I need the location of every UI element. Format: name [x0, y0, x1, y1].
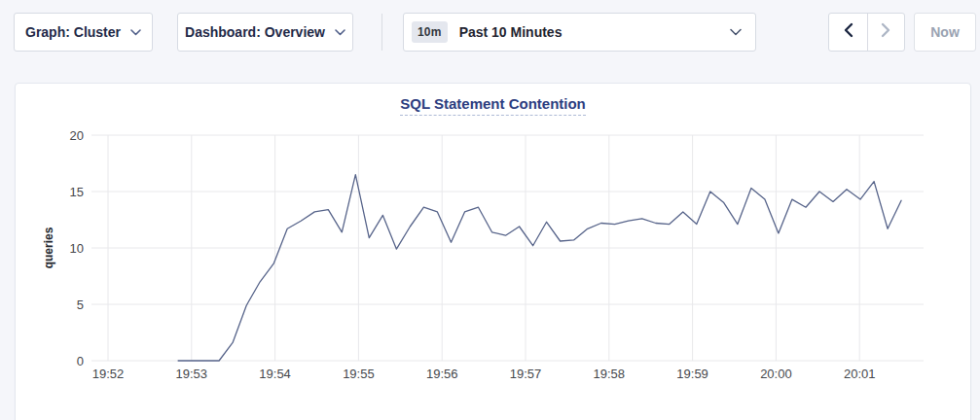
toolbar-divider	[381, 14, 382, 51]
chart-card: SQL Statement Contention 0510152019:5219…	[15, 83, 971, 420]
x-tick-label: 19:57	[510, 367, 542, 381]
y-tick-label: 0	[77, 354, 84, 368]
time-step-buttons	[828, 13, 905, 52]
graph-dropdown-label: Graph: Cluster	[25, 24, 121, 40]
x-tick-label: 20:01	[844, 367, 876, 381]
x-tick-label: 19:54	[259, 367, 291, 381]
x-tick-label: 19:58	[594, 367, 626, 381]
y-tick-label: 20	[70, 128, 84, 143]
previous-time-button[interactable]	[829, 14, 867, 51]
chevron-left-icon	[843, 22, 853, 42]
chevron-right-icon	[881, 22, 891, 42]
chevron-down-icon	[730, 28, 742, 36]
series-line-queries	[178, 175, 901, 361]
chevron-down-icon	[335, 29, 345, 36]
now-button[interactable]: Now	[914, 13, 976, 52]
sql-statement-contention-chart: 0510152019:5219:5319:5419:5519:5619:5719…	[16, 84, 972, 420]
y-axis-label: queries	[42, 227, 55, 268]
x-tick-label: 20:00	[760, 367, 792, 381]
y-tick-label: 5	[77, 298, 84, 312]
chevron-down-icon	[130, 29, 141, 36]
page: Graph: Cluster Dashboard: Overview 10m P…	[0, 0, 980, 420]
next-time-button[interactable]	[867, 14, 905, 51]
x-tick-label: 19:53	[176, 367, 208, 381]
dashboard-dropdown[interactable]: Dashboard: Overview	[177, 13, 353, 52]
dashboard-dropdown-label: Dashboard: Overview	[185, 24, 325, 40]
y-tick-label: 15	[70, 185, 84, 199]
x-tick-label: 19:55	[343, 367, 375, 381]
time-range-badge: 10m	[412, 21, 448, 43]
x-tick-label: 19:56	[426, 367, 458, 381]
x-tick-label: 19:59	[676, 367, 708, 381]
y-tick-label: 10	[70, 241, 84, 256]
time-range-selector[interactable]: 10m Past 10 Minutes	[403, 13, 756, 52]
time-range-label: Past 10 Minutes	[459, 24, 730, 40]
graph-dropdown[interactable]: Graph: Cluster	[14, 13, 153, 52]
x-tick-label: 19:52	[92, 367, 125, 381]
